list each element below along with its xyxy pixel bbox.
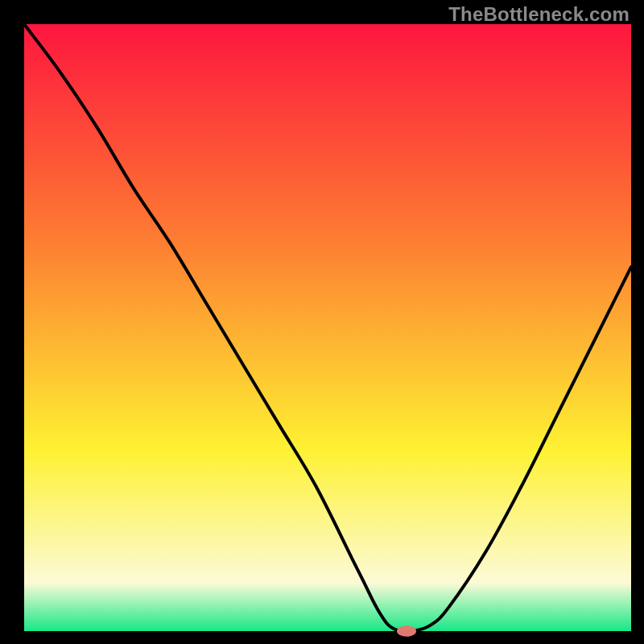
plot-background — [24, 24, 631, 631]
minimum-marker — [397, 625, 416, 637]
chart-frame: { "watermark": "TheBottleneck.com", "col… — [0, 0, 644, 644]
bottleneck-chart — [0, 0, 644, 644]
watermark-text: TheBottleneck.com — [448, 3, 630, 26]
